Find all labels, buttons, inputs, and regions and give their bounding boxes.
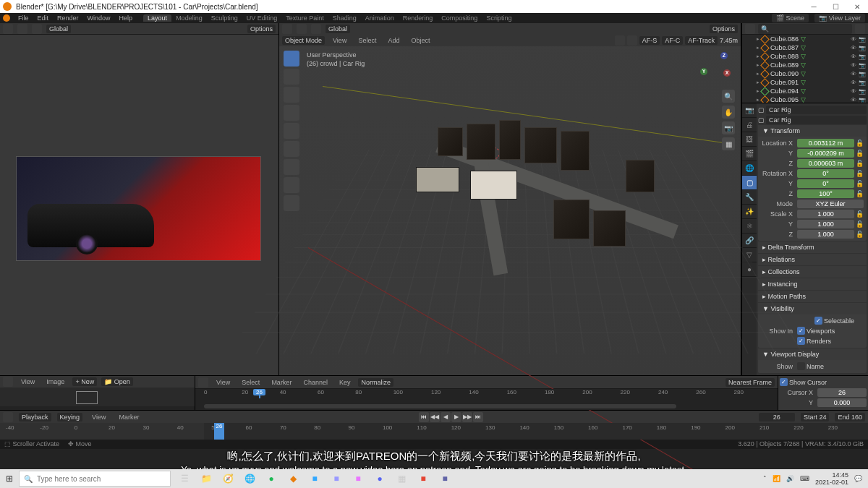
dope-view-menu[interactable]: View	[88, 414, 109, 421]
tab-layout[interactable]: Layout	[143, 14, 171, 22]
lock-icon[interactable]: 🔓	[856, 140, 864, 147]
view-menu[interactable]: View	[329, 37, 350, 44]
outliner-item[interactable]: ▸Cube.094▽👁📷	[742, 87, 868, 95]
explorer-icon[interactable]: 📁	[195, 469, 217, 488]
tab-texturepaint[interactable]: Texture Paint	[281, 14, 328, 22]
visibility-icon[interactable]: 👁	[851, 97, 856, 103]
orientation-dropdown[interactable]: Global	[46, 25, 71, 33]
current-frame-input[interactable]: 26	[759, 413, 795, 421]
perspective-icon[interactable]: ▦	[722, 137, 735, 150]
graph-playhead[interactable]	[259, 389, 260, 398]
image-image-menu[interactable]: Image	[43, 378, 68, 385]
editor-type-icon[interactable]	[282, 24, 292, 34]
active-data-name[interactable]: Car Rig	[766, 116, 867, 124]
world-tab-icon[interactable]: 🌐	[742, 161, 757, 176]
y-axis-icon[interactable]: Y	[700, 68, 707, 75]
rotation-z-input[interactable]: 100°	[797, 189, 854, 198]
scale-z-input[interactable]: 1.000	[797, 230, 854, 239]
menu-render[interactable]: Render	[54, 14, 82, 22]
menu-edit[interactable]: Edit	[34, 14, 53, 22]
cursor-tool[interactable]	[284, 69, 299, 85]
viewlayer-tab-icon[interactable]: 🖼	[742, 132, 757, 147]
transform-tool[interactable]	[284, 141, 299, 157]
jump-last-button[interactable]: ⏭	[473, 412, 483, 422]
selectable-checkbox[interactable]: ✓	[814, 317, 822, 325]
render-icon[interactable]: 📷	[859, 71, 866, 77]
play-button[interactable]: ▶	[451, 412, 461, 422]
outliner-item[interactable]: ▸Cube.089▽👁📷	[742, 61, 868, 69]
location-y-input[interactable]: -0.000209 m	[797, 149, 854, 158]
overlay-toggle-icon[interactable]	[627, 35, 637, 46]
app-icon[interactable]: ▦	[391, 469, 412, 488]
object-menu[interactable]: Object	[407, 37, 433, 44]
editor-type-icon[interactable]	[3, 24, 13, 34]
language-icon[interactable]: ⌨	[800, 475, 809, 482]
spotify-icon[interactable]: ●	[260, 469, 282, 488]
move-tool[interactable]	[284, 87, 299, 103]
rotation-mode-dropdown[interactable]: XYZ Euler	[797, 200, 864, 208]
jump-next-button[interactable]: ▶▶	[462, 412, 472, 422]
constraint-tab-icon[interactable]: 🔗	[742, 234, 757, 248]
tab-scripting[interactable]: Scripting	[482, 14, 516, 22]
graph-view-menu[interactable]: View	[213, 379, 234, 386]
visibility-icon[interactable]: 👁	[851, 53, 856, 60]
photoshop-icon[interactable]: ■	[304, 469, 326, 488]
snap-dropdown[interactable]: Nearest Frame	[726, 378, 775, 387]
output-tab-icon[interactable]: 🖨	[742, 118, 757, 132]
todoist-icon[interactable]: ■	[412, 469, 434, 488]
teams-icon[interactable]: ■	[434, 469, 456, 488]
select-box-tool[interactable]	[284, 51, 299, 67]
visibility-icon[interactable]: 👁	[851, 45, 856, 51]
scale-x-input[interactable]: 1.000	[797, 210, 854, 218]
graph-scrollbar[interactable]	[204, 404, 676, 408]
left-3d-viewport[interactable]: Global Options Object Mode View Select A…	[0, 23, 279, 375]
rotation-y-input[interactable]: 0°	[797, 179, 854, 188]
render-icon[interactable]: 📷	[859, 62, 866, 69]
menu-help[interactable]: Help	[116, 14, 137, 22]
options-dropdown[interactable]: Options	[710, 25, 738, 33]
outliner-item[interactable]: ▸Cube.095▽👁📷	[742, 95, 868, 103]
measure-tool[interactable]	[284, 177, 299, 193]
nav-gizmo[interactable]: Y Z X	[699, 51, 731, 82]
af-c-button[interactable]: AF-C	[662, 36, 683, 45]
play-reverse-button[interactable]: ◀	[441, 412, 451, 422]
image-canvas[interactable]	[0, 388, 195, 406]
timeline-track[interactable]: -40-200203040506070809010011012013014015…	[0, 423, 868, 440]
show-cursor-checkbox[interactable]: ✓	[780, 378, 788, 386]
edge-icon[interactable]: 🧭	[217, 469, 239, 488]
premiere-icon[interactable]: ■	[347, 469, 369, 488]
active-object-name[interactable]: Car Rig	[766, 106, 867, 114]
end-frame-input[interactable]: End 160	[835, 413, 865, 421]
lock-icon[interactable]: 🔓	[856, 221, 864, 228]
wifi-icon[interactable]: 📶	[773, 475, 780, 482]
timeline-playhead[interactable]: 26	[214, 423, 224, 440]
tab-animation[interactable]: Animation	[361, 14, 399, 22]
gizmo-toggle-icon[interactable]	[615, 35, 625, 46]
outliner[interactable]: 🔍 ▸Cube.086▽👁📷▸Cube.087▽👁📷▸Cube.088▽👁📷▸C…	[742, 23, 868, 103]
render-icon[interactable]: 📷	[859, 45, 866, 51]
outliner-item[interactable]: ▸Cube.088▽👁📷	[742, 52, 868, 61]
open-image-button[interactable]: 📁 Open	[101, 377, 133, 386]
tab-compositing[interactable]: Compositing	[437, 14, 482, 22]
outliner-item[interactable]: ▸Cube.091▽👁📷	[742, 78, 868, 87]
options-dropdown[interactable]: Options	[247, 25, 276, 33]
zoom-icon[interactable]: 🔍	[722, 90, 735, 103]
lock-icon[interactable]: 🔓	[856, 231, 864, 238]
lock-icon[interactable]: 🔓	[856, 160, 864, 167]
graph-marker-menu[interactable]: Marker	[268, 379, 295, 386]
playback-menu[interactable]: Playback	[19, 413, 51, 421]
add-menu[interactable]: Add	[384, 37, 403, 44]
lock-icon[interactable]: 🔓	[856, 190, 864, 197]
select-tool-icon[interactable]	[32, 24, 42, 34]
addcube-tool[interactable]	[284, 195, 299, 211]
rotate-tool[interactable]	[284, 105, 299, 121]
lock-icon[interactable]: 🔓	[856, 170, 864, 177]
annotate-tool[interactable]	[284, 159, 299, 175]
dopesheet-type-icon[interactable]	[3, 412, 13, 422]
clock-time[interactable]: 14:45	[815, 471, 848, 479]
menu-window[interactable]: Window	[84, 14, 114, 22]
expand-icon[interactable]: ▸	[757, 97, 760, 103]
expand-icon[interactable]: ▸	[757, 80, 760, 85]
tab-rendering[interactable]: Rendering	[399, 14, 438, 22]
graph-editor-type-icon[interactable]	[198, 377, 208, 388]
